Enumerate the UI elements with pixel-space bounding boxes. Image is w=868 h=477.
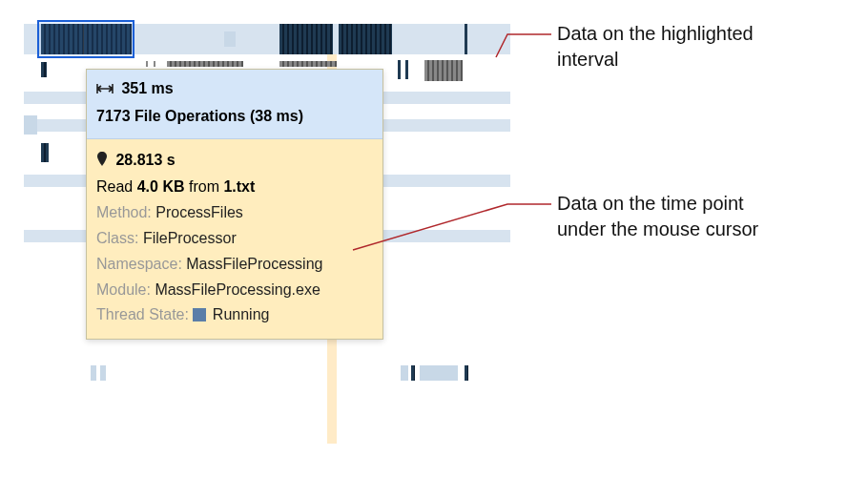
interval-width-icon xyxy=(96,79,114,103)
point-action-file: 1.txt xyxy=(223,178,255,195)
point-action-mid: from xyxy=(189,178,219,195)
namespace-value: MassFileProcessing xyxy=(186,256,322,272)
threadstate-swatch xyxy=(193,308,206,321)
class-value: FileProcessor xyxy=(143,230,237,246)
interval-duration: 351 ms xyxy=(121,80,173,96)
timeline-row[interactable] xyxy=(24,362,510,385)
interval-time: (38 ms) xyxy=(250,108,303,124)
annotation-point: Data on the time point under the mouse c… xyxy=(557,191,758,242)
point-action-prefix: Read xyxy=(96,178,133,195)
interval-label: File Operations xyxy=(134,108,245,124)
method-value: ProcessFiles xyxy=(155,204,243,220)
threadstate-value: Running xyxy=(213,306,270,322)
point-time: 28.813 s xyxy=(115,152,175,168)
class-label: Class: xyxy=(96,230,138,246)
annotation-interval: Data on the highlighted interval xyxy=(557,21,754,73)
timeline-tooltip: 351 ms 7173 File Operations (38 ms) 28.8… xyxy=(86,69,383,340)
timeline-row[interactable] xyxy=(24,24,510,54)
module-label: Module: xyxy=(96,281,151,298)
threadstate-label: Thread State: xyxy=(96,306,189,322)
method-label: Method: xyxy=(96,204,152,220)
interval-count: 7173 xyxy=(96,108,131,124)
namespace-label: Namespace: xyxy=(96,256,182,272)
point-action-size: 4.0 KB xyxy=(137,178,185,195)
module-value: MassFileProcessing.exe xyxy=(155,281,320,298)
tooltip-point-section: 28.813 s Read 4.0 KB from 1.txt Method: … xyxy=(87,139,382,340)
pin-icon xyxy=(96,151,108,175)
tooltip-interval-section: 351 ms 7173 File Operations (38 ms) xyxy=(87,70,382,139)
